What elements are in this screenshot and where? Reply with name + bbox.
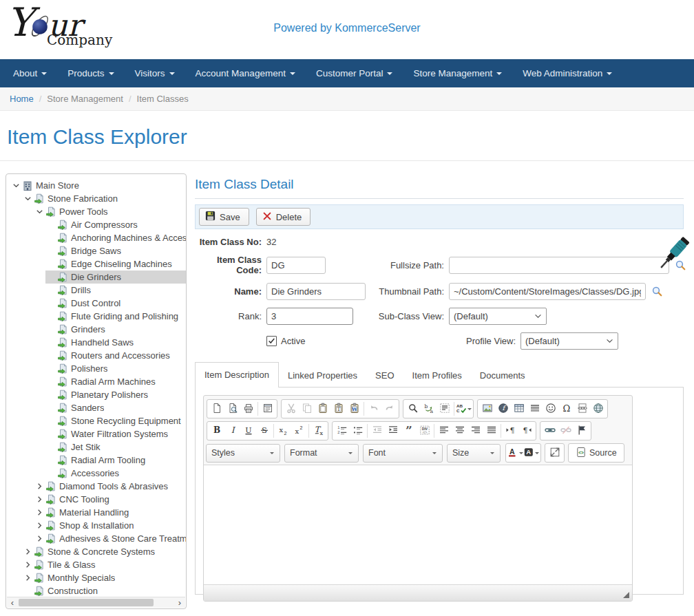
tree-item-radial-arm-tooling[interactable]: Radial Arm Tooling [6,454,186,467]
tree-item-power-tools[interactable]: Power Tools [6,205,186,218]
div-container-button[interactable]: DIV</> [417,423,432,439]
tree-item-construction[interactable]: Construction [6,584,186,597]
smiley-button[interactable] [543,401,558,417]
text-direction-ltr-button[interactable]: ¶ [503,423,518,439]
tree-item-tile-glass[interactable]: Tile & Glass [6,558,186,571]
iframe-button[interactable] [590,401,606,417]
flash-button[interactable]: f [495,401,511,417]
nav-item-account-management[interactable]: Account Management [185,59,306,87]
item-class-code-input[interactable] [266,257,326,274]
chevron-right-icon[interactable] [34,507,45,518]
strikethrough-button[interactable]: S [256,423,272,439]
tree-item-shop-installation[interactable]: Shop & Installation [6,519,186,532]
bold-button[interactable]: B [209,423,224,439]
tree-item-cnc-tooling[interactable]: CNC Tooling [6,493,186,506]
chevron-right-icon[interactable] [22,546,34,557]
source-button[interactable]: <>Source [570,445,622,461]
tree-item-radial-arm-machines[interactable]: Radial Arm Machines [6,375,186,388]
select-all-button[interactable] [437,401,452,417]
nav-item-products[interactable]: Products [57,59,124,87]
paste-plain-text-button[interactable]: T [330,401,346,417]
tab-item-description[interactable]: Item Description [195,362,279,387]
name-input[interactable] [266,283,366,300]
nav-item-store-management[interactable]: Store Management [403,59,512,87]
print-button[interactable] [240,401,256,417]
align-left-button[interactable] [436,423,452,439]
tree-item-diamond-tools-abrasives[interactable]: Diamond Tools & Abrasives [6,480,186,493]
tree-item-dust-control[interactable]: Dust Control [6,297,186,310]
tree-item-handheld-saws[interactable]: Handheld Saws [6,336,186,349]
tree-item-adhesives-stone-care-treatments[interactable]: Adhesives & Stone Care Treatments [6,532,186,545]
replace-button[interactable]: ba [421,401,437,417]
tree-item-edge-chiseling-machines[interactable]: Edge Chiseling Machines [6,257,186,270]
nav-item-web-administration[interactable]: Web Administration [512,59,622,87]
paste-from-word-button[interactable]: W [346,401,362,417]
spell-checker-button[interactable]: ABC [456,401,472,417]
chevron-right-icon[interactable] [34,520,45,531]
tree-item-material-handling[interactable]: Material Handling [6,506,186,519]
special-character-button[interactable]: Ω [558,401,574,417]
tree-item-jet-stik[interactable]: Jet Stik [6,440,186,454]
tree-item-flute-griding-and-polishing[interactable]: Flute Griding and Polishing [6,310,186,323]
thumbnail-path-input[interactable] [449,283,646,300]
tree-item-air-compressors[interactable]: Air Compressors [6,218,186,231]
link-button[interactable] [542,423,558,439]
align-justify-button[interactable] [483,423,499,439]
text-color-button[interactable]: A [507,445,523,461]
chevron-right-icon[interactable] [34,533,45,544]
templates-button[interactable] [260,401,275,417]
italic-button[interactable]: I [224,423,240,439]
tab-linked-properties[interactable]: Linked Properties [279,364,366,387]
tree-item-bridge-saws[interactable]: Bridge Saws [6,244,186,257]
page-break-button[interactable] [574,401,590,417]
size-combo[interactable]: Size [447,444,501,463]
paste-button[interactable] [315,401,330,417]
tree-item-grinders[interactable]: Grinders [6,323,186,336]
numbered-list-button[interactable]: 12 [334,423,350,439]
scroll-left-arrow-icon[interactable]: ‹ [7,598,18,607]
fullsize-path-input[interactable] [449,257,669,274]
blockquote-button[interactable]: ” [401,423,417,439]
chevron-down-icon[interactable] [22,193,34,204]
nav-item-customer-portal[interactable]: Customer Portal [306,59,403,87]
rank-input[interactable] [266,308,353,325]
tree-item-stone-concrete-systems[interactable]: Stone & Concrete Systems [6,545,186,558]
tree-item-monthly-specials[interactable]: Monthly Specials [6,571,186,584]
align-right-button[interactable] [467,423,483,439]
preview-button[interactable] [224,401,240,417]
tree-item-accessories[interactable]: Accessories [6,467,186,480]
save-button[interactable]: Save [199,208,249,226]
superscript-button[interactable]: x2 [291,423,307,439]
find-button[interactable] [405,401,421,417]
chevron-right-icon[interactable] [22,560,34,571]
tab-item-profiles[interactable]: Item Profiles [403,364,471,387]
align-center-button[interactable] [452,423,467,439]
tree-item-planetary-polishers[interactable]: Planetary Polishers [6,388,186,401]
editor-resize-handle[interactable] [623,592,629,598]
delete-button[interactable]: Delete [256,208,311,226]
tab-seo[interactable]: SEO [366,364,403,387]
subclass-view-select[interactable]: (Default) [449,308,547,325]
tree-item-sanders[interactable]: Sanders [6,401,186,414]
profile-view-select[interactable]: (Default) [520,332,618,350]
font-combo[interactable]: Font [363,444,443,463]
background-color-button[interactable]: A [523,445,539,461]
text-direction-rtl-button[interactable]: ¶ [518,423,534,439]
styles-combo[interactable]: Styles [206,444,280,463]
increase-indent-button[interactable] [385,423,401,439]
chevron-down-icon[interactable] [10,180,22,191]
nav-item-about[interactable]: About [3,59,57,87]
tree-item-drills[interactable]: Drills [6,284,186,297]
editor-content-area[interactable] [204,465,632,584]
tree-item-stone-recycling-equipment[interactable]: Stone Recycling Equipment [6,414,186,427]
tree-item-anchoring-machines-accessories[interactable]: Anchoring Machines & Accessories [6,231,186,244]
subscript-button[interactable]: x2 [275,423,291,439]
tree-item-polishers[interactable]: Polishers [6,362,186,375]
scroll-right-arrow-icon[interactable]: › [174,598,185,607]
nav-item-visitors[interactable]: Visitors [125,59,185,87]
chevron-down-icon[interactable] [34,206,45,217]
image-button[interactable] [479,401,495,417]
tree-item-stone-fabrication[interactable]: Stone Fabrication [6,192,186,205]
chevron-right-icon[interactable] [34,494,45,505]
chevron-right-icon[interactable] [22,573,34,584]
